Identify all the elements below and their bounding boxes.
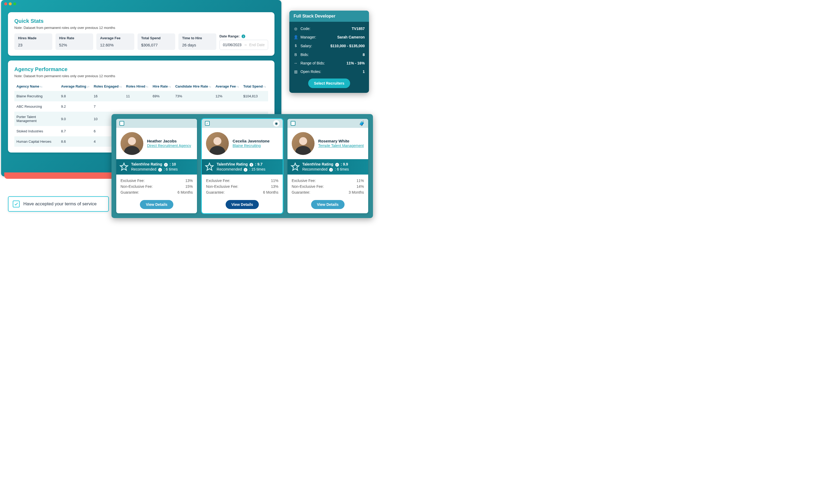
fee-value: 13%: [271, 184, 279, 189]
table-cell: 16: [92, 91, 124, 101]
recruiter-name: Rosemary White: [318, 139, 364, 143]
table-cell: ABC Resourcing: [14, 101, 59, 112]
window-close-icon[interactable]: [4, 2, 7, 5]
agency-performance-title: Agency Performance: [14, 66, 268, 72]
role-info-key: Manager:: [300, 35, 316, 39]
column-header[interactable]: Candidate Hire Rate↑↓: [173, 82, 213, 91]
info-icon[interactable]: i: [241, 34, 245, 38]
table-cell: 8.7: [59, 126, 92, 136]
column-header[interactable]: Agency Name↑↓: [14, 82, 59, 91]
rating-line: TalentVine Rating i : 9.9: [302, 162, 349, 167]
column-header[interactable]: Hire Rate↑↓: [151, 82, 173, 91]
info-icon[interactable]: i: [335, 163, 339, 167]
window-zoom-icon[interactable]: [13, 2, 16, 5]
terms-checkbox[interactable]: [13, 200, 20, 207]
recruiter-agency-link[interactable]: Blaine Recruiting: [232, 144, 261, 148]
terms-text: Have accepted your terms of service: [23, 201, 97, 206]
arrow-right-icon: →: [243, 43, 247, 47]
sort-icon: ↑↓: [263, 85, 266, 88]
table-cell: [241, 101, 268, 112]
date-start: 01/06/2023: [223, 43, 241, 47]
fee-label: Guarantee:: [292, 190, 310, 194]
agency-badge-icon: ◉: [273, 120, 280, 127]
rating-line: TalentVine Rating i : 9.7: [217, 162, 265, 167]
avatar: [292, 132, 314, 155]
table-cell: 69%: [151, 91, 173, 101]
role-info-value: 11% - 16%: [347, 61, 365, 65]
table-cell: Human Capital Heroes: [14, 136, 59, 147]
column-header[interactable]: Average Rating↓↑: [59, 82, 92, 91]
stat-label: Total Spend: [141, 36, 172, 40]
role-info-row: ◎Code:TV1857: [294, 24, 365, 33]
recruiter-card[interactable]: Heather JacobsDirect Recruitment AgencyT…: [116, 119, 197, 213]
view-details-button[interactable]: View Details: [140, 200, 173, 209]
recruiter-agency-link[interactable]: Direct Recruitment Agency: [147, 144, 191, 148]
role-summary-card: Full Stack Developer ◎Code:TV1857👤Manage…: [289, 11, 369, 93]
fee-block: Exclusive Fee:13%Non-Exclusive Fee:15%Gu…: [116, 175, 197, 198]
sort-icon: ↑↓: [119, 85, 122, 88]
table-row[interactable]: Blaine Recruiting9.8161169%73%12%$104,81…: [14, 91, 268, 101]
fee-label: Exclusive Fee:: [121, 178, 145, 183]
window-minimize-icon[interactable]: [9, 2, 12, 5]
role-info-row: BBids:8: [294, 51, 365, 59]
fee-value: 11%: [271, 178, 279, 183]
sort-icon: ↑↓: [40, 85, 43, 88]
table-row[interactable]: ABC Resourcing9.27: [14, 101, 268, 112]
column-header[interactable]: Roles Hired↑↓: [124, 82, 151, 91]
select-recruiters-button[interactable]: Select Recruiters: [308, 79, 350, 88]
fee-value: 14%: [357, 184, 364, 189]
column-header[interactable]: Average Fee↑↓: [213, 82, 241, 91]
role-info-value: Sarah Cameron: [338, 35, 365, 39]
fee-label: Non-Exclusive Fee:: [206, 184, 238, 189]
stat-value: 12.60%: [100, 43, 131, 47]
recommended-line: Recommended i : 6 times: [302, 167, 349, 172]
person-icon: 👤: [294, 35, 298, 39]
star-icon: [120, 162, 129, 171]
info-icon[interactable]: i: [158, 168, 162, 172]
fee-value: 13%: [185, 178, 193, 183]
fee-label: Guarantee:: [121, 190, 139, 194]
column-header[interactable]: Roles Engaged↑↓: [92, 82, 124, 91]
recruiter-profile: Cecelia JavenstoneBlaine Recruiting: [202, 128, 283, 159]
role-title: Full Stack Developer: [289, 11, 369, 22]
column-header[interactable]: Total Spend↑↓: [241, 82, 268, 91]
recruiter-card[interactable]: ✓◉Cecelia JavenstoneBlaine RecruitingTal…: [202, 119, 283, 213]
agency-performance-note: Note: Dataset from permanent roles only …: [14, 74, 268, 78]
view-details-button[interactable]: View Details: [226, 200, 259, 209]
info-icon[interactable]: i: [249, 163, 253, 167]
stat-card: Time to Hire26 days: [178, 33, 216, 50]
select-recruiter-checkbox[interactable]: ✓: [205, 121, 210, 126]
role-info-key: Code:: [300, 26, 310, 31]
role-info-value: $110,000 - $135,000: [330, 44, 365, 48]
book-icon: ▥: [294, 70, 298, 74]
role-info-key: Salary:: [300, 44, 312, 48]
stat-label: Time to Hire: [182, 36, 213, 40]
table-cell: 9.8: [59, 91, 92, 101]
table-cell: [124, 101, 151, 112]
stat-value: 23: [18, 43, 49, 47]
stat-card: Hire Rate52%: [56, 33, 93, 50]
table-cell: [213, 101, 241, 112]
fee-value: 15%: [185, 184, 193, 189]
stat-card: Total Spend$306,077: [138, 33, 175, 50]
role-info-row: 👤Manager:Sarah Cameron: [294, 33, 365, 41]
recruiter-profile: Rosemary WhiteTemple Talent Management: [288, 128, 368, 159]
recruiter-card[interactable]: 🧳Rosemary WhiteTemple Talent ManagementT…: [288, 119, 368, 213]
view-details-button[interactable]: View Details: [311, 200, 344, 209]
info-icon[interactable]: i: [164, 163, 168, 167]
date-range-input[interactable]: 01/06/2023→End Date: [220, 40, 268, 50]
recruiter-card-strip: Heather JacobsDirect Recruitment AgencyT…: [111, 114, 373, 218]
info-icon[interactable]: i: [244, 168, 247, 172]
briefcase-icon: 🧳: [359, 120, 365, 127]
recommended-line: Recommended i : 15 times: [217, 167, 265, 172]
table-cell: 9.0: [59, 112, 92, 126]
role-info-row: ▥Open Roles:1: [294, 67, 365, 76]
recruiter-agency-link[interactable]: Temple Talent Management: [318, 144, 364, 148]
info-icon[interactable]: i: [329, 168, 333, 172]
select-recruiter-checkbox[interactable]: [120, 121, 124, 126]
select-recruiter-checkbox[interactable]: [291, 121, 295, 126]
recruiter-profile: Heather JacobsDirect Recruitment Agency: [116, 128, 197, 159]
fee-label: Exclusive Fee:: [206, 178, 230, 183]
table-cell: 12%: [213, 91, 241, 101]
quick-stats-title: Quick Stats: [14, 18, 268, 24]
